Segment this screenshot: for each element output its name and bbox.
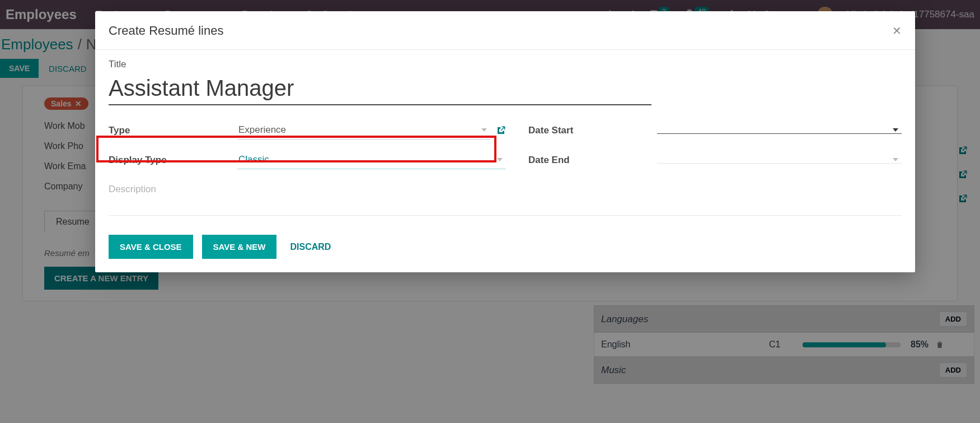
chevron-down-icon bbox=[893, 158, 898, 161]
date-start-input[interactable] bbox=[657, 127, 902, 134]
chevron-down-icon bbox=[893, 128, 898, 132]
label-title: Title bbox=[109, 59, 902, 70]
chevron-down-icon bbox=[481, 128, 487, 132]
field-type: Type Experience bbox=[109, 121, 506, 140]
label-description[interactable]: Description bbox=[109, 184, 902, 195]
label-display-type: Display Type bbox=[109, 155, 237, 166]
field-display-type: Display Type Classic bbox=[109, 151, 506, 169]
type-value: Experience bbox=[238, 124, 286, 136]
date-end-input[interactable] bbox=[657, 156, 902, 164]
title-input[interactable] bbox=[109, 73, 651, 105]
save-close-button[interactable]: SAVE & CLOSE bbox=[109, 235, 193, 259]
close-icon[interactable]: ✕ bbox=[892, 24, 902, 38]
label-type: Type bbox=[109, 125, 237, 136]
field-date-end: Date End bbox=[528, 151, 902, 169]
create-resume-line-modal: Create Resumé lines ✕ Title Type Experie… bbox=[95, 11, 915, 272]
field-date-start: Date Start bbox=[528, 121, 902, 140]
label-date-start: Date Start bbox=[528, 125, 657, 136]
display-type-value: Classic bbox=[238, 154, 269, 165]
modal-discard-button[interactable]: DISCARD bbox=[285, 242, 335, 252]
label-date-end: Date End bbox=[528, 155, 657, 166]
modal-title: Create Resumé lines bbox=[109, 24, 223, 38]
external-link-icon[interactable] bbox=[496, 125, 506, 136]
chevron-down-icon bbox=[497, 158, 503, 161]
save-new-button[interactable]: SAVE & NEW bbox=[202, 235, 277, 259]
display-type-select[interactable]: Classic bbox=[237, 151, 506, 169]
type-select[interactable]: Experience bbox=[237, 121, 490, 140]
